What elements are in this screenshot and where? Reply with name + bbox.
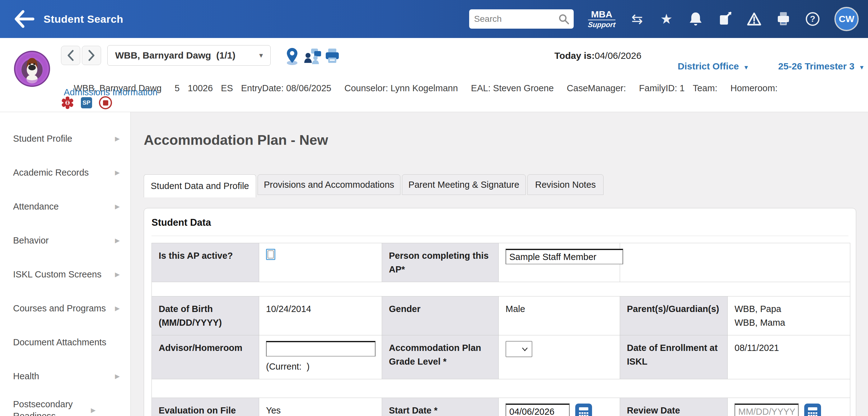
chevron-down-icon: ▼ — [258, 52, 264, 59]
evaluation-value: Yes Date: 02/23/2026 — [259, 398, 382, 416]
sidebar-item-health[interactable]: Health▶ — [0, 359, 130, 393]
chevron-right-icon: ▶ — [115, 373, 120, 380]
empty-cell — [620, 243, 850, 282]
group-communication-icon[interactable] — [304, 48, 322, 65]
sidebar-nav: Student Profile▶ Academic Records▶ Atten… — [0, 112, 131, 416]
sidebar-item-postsecondary-readiness[interactable]: Postsecondary Readiness▶ — [0, 393, 130, 416]
field-label: Parent(s)/Guardian(s) — [620, 296, 728, 335]
student-photo[interactable] — [14, 51, 51, 87]
page-title: Accommodation Plan - New — [144, 132, 868, 148]
svg-text:?: ? — [810, 14, 815, 24]
ap-active-checkbox[interactable] — [266, 249, 275, 260]
chevron-right-icon: ▶ — [115, 169, 120, 176]
tab-revision-notes[interactable]: Revision Notes — [527, 174, 603, 195]
field-label: Advisor/Homeroom — [152, 335, 259, 379]
student-number: 10026 — [188, 83, 213, 93]
previous-student-button[interactable] — [61, 46, 80, 65]
student-family-id: FamilyID: 1 — [639, 83, 685, 93]
student-school: ES — [221, 83, 233, 93]
location-pin-icon[interactable] — [285, 47, 299, 65]
tab-bar: Student Data and Profile Provisions and … — [144, 174, 868, 198]
chevron-right-icon: ▶ — [115, 135, 120, 142]
student-entry-date: EntryDate: 08/06/2025 — [241, 83, 331, 93]
student-data-panel: Student Data Is this AP active? Person c… — [144, 208, 856, 416]
sp-badge[interactable]: SP — [81, 97, 92, 108]
tab-student-data-and-profile[interactable]: Student Data and Profile — [144, 174, 256, 198]
chevron-down-icon: ▼ — [859, 64, 865, 71]
chevron-down-icon — [522, 347, 528, 351]
chevron-right-icon: ▶ — [115, 304, 120, 312]
student-grade: 5 — [175, 83, 180, 93]
switch-account-icon[interactable]: ⇆ — [630, 11, 645, 27]
user-avatar[interactable]: CW — [834, 7, 859, 31]
gender-value: Male — [499, 296, 620, 335]
field-label: Date of Birth (MM/DD/YYYY) — [152, 296, 259, 335]
help-icon[interactable]: ? — [805, 11, 820, 27]
field-label: Date of Enrollment at ISKL — [620, 335, 728, 379]
app-header: Student Search MBA Support ⇆ ★ — [0, 0, 868, 38]
student-homeroom: Homeroom: — [731, 83, 778, 93]
sidebar-item-student-profile[interactable]: Student Profile▶ — [0, 121, 130, 155]
alerts-warning-icon[interactable] — [747, 11, 762, 27]
start-date-calendar-button[interactable] — [575, 404, 592, 416]
advisor-homeroom-input[interactable] — [266, 341, 375, 357]
field-label: Is this AP active? — [152, 243, 259, 282]
field-label: Start Date * — [382, 398, 499, 416]
review-date-input[interactable] — [735, 404, 799, 416]
sidebar-item-behavior[interactable]: Behavior▶ — [0, 223, 130, 257]
student-data-table: Is this AP active? Person completing thi… — [152, 243, 850, 416]
student-summary-line: WBB, Barnyard Dawg510026ESEntryDate: 08/… — [64, 73, 790, 104]
student-team: Team: — [693, 83, 717, 93]
student-context-bar: WBB, Barnyard Dawg (1/1) ▼ Today is:04/0… — [0, 38, 868, 112]
person-completing-input[interactable] — [505, 249, 623, 264]
sidebar-item-academic-records[interactable]: Academic Records▶ — [0, 155, 130, 189]
mba-support-logo[interactable]: MBA Support — [588, 10, 615, 28]
page-header-title: Student Search — [43, 13, 123, 25]
sidebar-item-iskl-custom-screens[interactable]: ISKL Custom Screens▶ — [0, 257, 130, 291]
search-icon — [558, 13, 569, 25]
chevron-down-icon: ▼ — [743, 64, 749, 71]
student-counselor: Counselor: Lynn Kogelmann — [344, 83, 458, 93]
start-date-input[interactable] — [505, 404, 570, 416]
medical-alert-icon[interactable] — [61, 96, 74, 110]
field-label: Person completing this AP* — [382, 243, 499, 282]
calendar-icon — [807, 407, 818, 416]
compose-launch-icon[interactable] — [717, 11, 732, 27]
parents-value: WBB, Papa WBB, Mama — [728, 296, 850, 335]
search-input[interactable] — [474, 14, 558, 24]
sidebar-item-attendance[interactable]: Attendance▶ — [0, 189, 130, 223]
field-label: Accommodation Plan Grade Level * — [382, 335, 499, 379]
review-date-calendar-button[interactable] — [804, 404, 821, 416]
dob-value: 10/24/2014 — [259, 296, 382, 335]
field-label: Review Date — [620, 398, 728, 416]
sidebar-item-document-attachments[interactable]: Document Attachments — [0, 325, 130, 359]
sidebar-item-courses-and-programs[interactable]: Courses and Programs▶ — [0, 291, 130, 325]
tab-parent-meeting-signature[interactable]: Parent Meeting & Signature — [402, 174, 526, 195]
field-label: Gender — [382, 296, 499, 335]
chevron-right-icon: ▶ — [115, 237, 120, 244]
print-student-icon[interactable] — [324, 48, 340, 64]
student-selector-dropdown[interactable]: WBB, Barnyard Dawg (1/1) ▼ — [107, 45, 271, 66]
field-label: Evaluation on File — [152, 398, 259, 416]
chevron-right-icon: ▶ — [115, 271, 120, 278]
student-case-manager: CaseManager: — [567, 83, 626, 93]
tab-provisions-and-accommodations[interactable]: Provisions and Accommodations — [257, 174, 400, 195]
chevron-right-icon: ▶ — [115, 203, 120, 210]
global-search[interactable] — [469, 9, 574, 29]
notifications-bell-icon[interactable] — [688, 11, 703, 27]
print-icon[interactable] — [776, 11, 791, 27]
calendar-icon — [578, 407, 589, 416]
student-eal: EAL: Steven Groene — [471, 83, 554, 93]
advisor-current-note: (Current: ) — [266, 360, 375, 373]
favorites-star-icon[interactable]: ★ — [659, 11, 674, 27]
next-student-button[interactable] — [82, 46, 101, 65]
back-arrow-icon[interactable] — [14, 10, 35, 28]
chevron-right-icon: ▶ — [91, 406, 95, 414]
restriction-stop-icon[interactable] — [99, 96, 112, 109]
enrollment-value: 08/11/2021 — [728, 335, 850, 379]
today-date: Today is:04/06/2026 — [554, 51, 642, 61]
section-title: Student Data — [152, 217, 848, 228]
grade-level-select[interactable] — [505, 341, 532, 357]
